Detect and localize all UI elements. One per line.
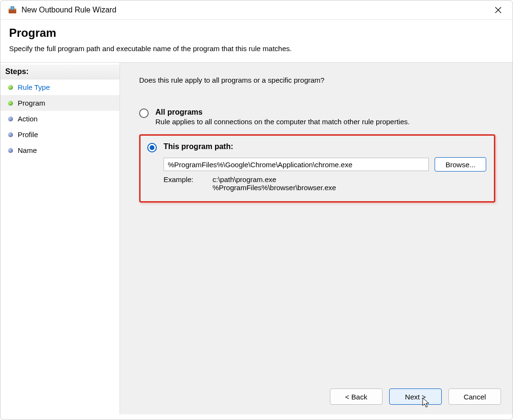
step-bullet-icon: [8, 117, 13, 121]
step-bullet-icon: [8, 101, 13, 106]
step-bullet-icon: [8, 132, 13, 137]
step-label: Name: [18, 146, 37, 154]
page-subtitle: Specify the full program path and execut…: [9, 44, 504, 53]
step-label: Rule Type: [18, 83, 50, 91]
close-button[interactable]: [489, 0, 508, 20]
radio-all-programs[interactable]: [139, 108, 149, 118]
option-path-title: This program path:: [164, 142, 486, 151]
step-profile[interactable]: Profile: [0, 127, 120, 142]
step-label: Profile: [18, 130, 38, 139]
option-all-programs[interactable]: All programs Rule applies to all connect…: [139, 108, 495, 126]
option-all-desc: Rule applies to all connections on the c…: [155, 118, 495, 126]
steps-sidebar: Steps: Rule Type Program Action Profile …: [0, 63, 120, 414]
page-header: Program Specify the full program path an…: [0, 20, 513, 62]
main-area: Steps: Rule Type Program Action Profile …: [0, 62, 513, 414]
page-heading: Program: [9, 26, 504, 40]
step-label: Program: [18, 99, 45, 107]
program-path-input[interactable]: [164, 158, 429, 171]
back-button[interactable]: < Back: [330, 388, 382, 405]
step-label: Action: [18, 115, 38, 123]
next-button[interactable]: Next >: [389, 388, 442, 405]
option-all-title: All programs: [155, 108, 495, 117]
step-action[interactable]: Action: [0, 111, 120, 127]
step-bullet-icon: [8, 148, 13, 153]
steps-title: Steps:: [0, 65, 120, 79]
step-bullet-icon: [8, 85, 13, 90]
browse-button[interactable]: Browse...: [435, 157, 486, 172]
example-paths: c:\path\program.exe %ProgramFiles%\brows…: [213, 175, 336, 192]
content-question: Does this rule apply to all programs or …: [139, 76, 495, 84]
step-program[interactable]: Program: [0, 95, 120, 111]
content-pane: Does this rule apply to all programs or …: [120, 63, 513, 414]
radio-program-path[interactable]: [147, 143, 157, 152]
option-program-path[interactable]: This program path:: [147, 142, 486, 152]
window-title: New Outbound Rule Wizard: [22, 6, 489, 14]
example-label: Example:: [164, 175, 194, 192]
highlighted-option-box: This program path: Browse... Example: c:…: [139, 134, 495, 203]
step-name[interactable]: Name: [0, 142, 120, 158]
wizard-footer: < Back Next > Cancel: [330, 388, 501, 405]
firewall-app-icon: [8, 6, 17, 14]
step-rule-type[interactable]: Rule Type: [0, 79, 120, 95]
titlebar: New Outbound Rule Wizard: [0, 0, 513, 20]
cancel-button[interactable]: Cancel: [448, 388, 501, 405]
